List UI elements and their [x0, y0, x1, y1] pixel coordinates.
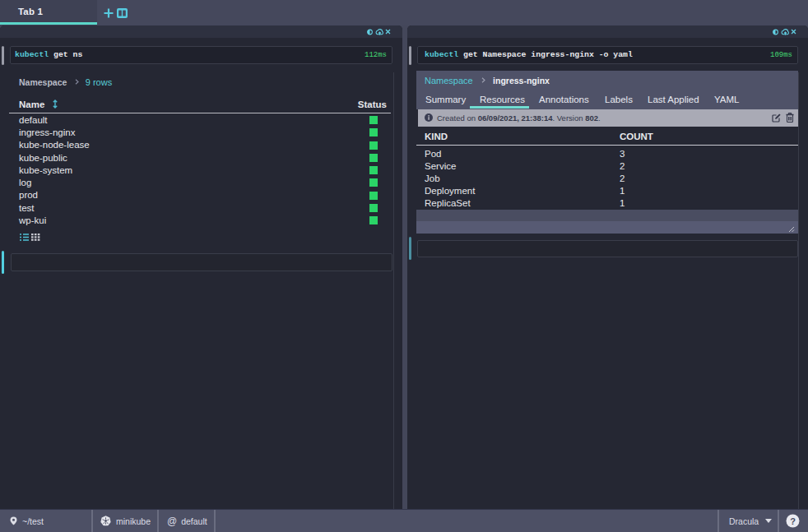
svg-text:?: ?: [790, 516, 796, 526]
